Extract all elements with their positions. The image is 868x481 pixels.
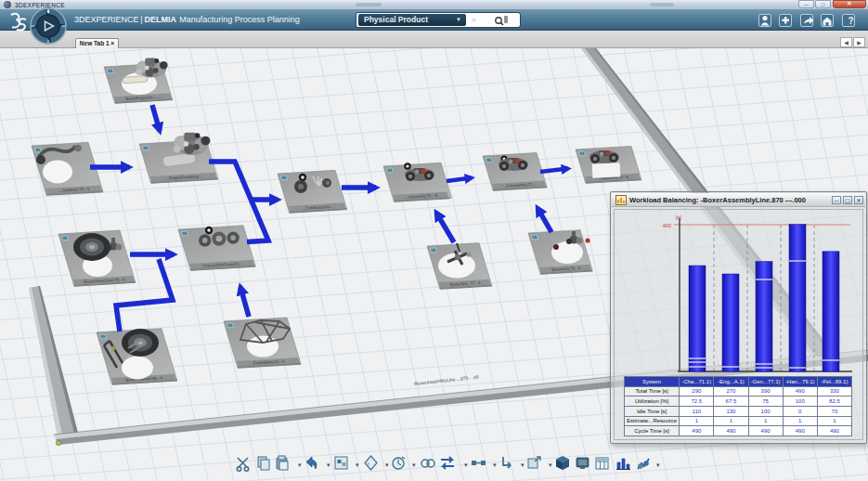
svg-text:▾: ▾ [464, 462, 468, 468]
svg-text:▾: ▾ [521, 462, 525, 468]
svg-text:▾: ▾ [385, 462, 389, 468]
svg-text:▾: ▾ [656, 462, 660, 468]
svg-text:[s]: [s] [676, 214, 681, 220]
svg-text:▾: ▾ [356, 462, 359, 468]
svg-text:▾: ▾ [298, 462, 302, 468]
svg-text:400: 400 [663, 223, 671, 228]
svg-text:▾: ▾ [412, 462, 416, 468]
svg-text:▾: ▾ [549, 462, 552, 468]
svg-text:▾: ▾ [327, 462, 330, 468]
svg-text:?: ? [849, 16, 854, 26]
svg-text:▾: ▾ [493, 462, 497, 468]
